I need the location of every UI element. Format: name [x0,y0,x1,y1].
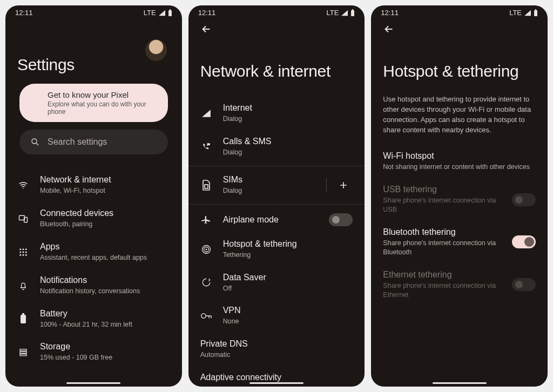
battery-icon [168,9,172,16]
divider [188,204,365,205]
status-right: LTE [144,9,172,17]
svg-point-13 [23,254,24,255]
row-usb-tethering: USB tetheringShare phone's internet conn… [371,178,548,221]
battery-icon [534,9,538,16]
promo-card[interactable]: Get to know your Pixel Explore what you … [19,84,168,122]
signal-icon [341,10,348,16]
status-net: LTE [509,9,522,17]
home-indicator[interactable] [66,382,120,384]
promo-title: Get to know your Pixel [48,90,158,99]
promo-sub: Explore what you can do with your phone [48,100,158,116]
svg-rect-17 [20,349,26,351]
search-input[interactable]: Search settings [19,130,168,154]
row-hotspot[interactable]: Hotspot & tetheringTethering [188,233,365,266]
row-vpn[interactable]: VPNNone [188,299,365,333]
row-connected[interactable]: Connected devicesBluetooth, pairing [5,202,182,235]
row-sims[interactable]: SIMsDialog [188,168,365,202]
row-bt-tethering[interactable]: Bluetooth tetheringShare phone's interne… [371,221,548,263]
svg-rect-19 [20,354,26,356]
svg-point-14 [25,254,27,255]
vpn-icon [200,310,212,322]
svg-rect-28 [535,9,536,10]
svg-rect-15 [21,315,26,323]
svg-point-10 [23,251,24,253]
row-apps[interactable]: AppsAssistant, recent apps, default apps [5,235,182,269]
avatar[interactable] [145,39,167,61]
page-description: Use hotspot and tethering to provide int… [371,94,548,143]
svg-rect-18 [20,352,26,354]
bell-icon [17,280,29,292]
status-bar: 12:11 LTE [188,5,365,18]
page-title: Hotspot & tethering [383,62,536,80]
hotspot-list: Wi-Fi hotspotNot sharing internet or con… [371,143,548,308]
usb-toggle [512,193,536,206]
row-eth-tethering: Ethernet tetheringShare phone's internet… [371,263,548,306]
status-bar: 12:11 LTE [371,5,548,18]
svg-rect-1 [170,9,171,10]
battery-icon [17,313,29,325]
home-indicator[interactable] [433,382,487,384]
signal-icon [200,107,212,119]
page-title: Network & internet [200,62,353,80]
settings-list: Network & internetMobile, Wi-Fi, hotspot… [5,166,182,371]
status-net: LTE [144,9,156,17]
svg-point-7 [23,248,24,250]
row-storage[interactable]: Storage15% used - 109 GB free [5,335,182,369]
svg-point-8 [25,248,27,250]
bt-toggle[interactable] [512,235,536,248]
airplane-toggle[interactable] [329,213,353,226]
status-time: 12:11 [381,9,399,17]
back-button[interactable] [200,23,212,35]
status-time: 12:11 [15,9,33,17]
row-airplane[interactable]: Airplane mode [188,207,365,233]
sim-icon [200,179,212,191]
svg-rect-21 [352,9,353,10]
svg-point-11 [25,251,27,253]
row-privatedns[interactable]: Private DNSAutomatic [188,333,365,366]
row-network[interactable]: Network & internetMobile, Wi-Fi, hotspot [5,168,182,202]
row-internet[interactable]: InternetDialog [188,97,365,130]
svg-point-6 [19,248,21,250]
phone-msg-icon [200,141,212,153]
row-notifications[interactable]: NotificationsNotification history, conve… [5,269,182,302]
svg-point-9 [19,251,21,253]
screen-settings: 12:11 LTE Settings Get to know your Pixe… [5,5,182,387]
svg-point-12 [19,254,21,255]
battery-icon [350,9,355,16]
back-button[interactable] [383,23,395,35]
screen-hotspot: 12:11 LTE Hotspot & tethering Use hotspo… [371,5,548,387]
svg-point-26 [201,314,206,318]
svg-point-2 [32,139,37,144]
add-sim-button[interactable] [334,176,353,194]
lightbulb-icon [29,97,41,109]
search-icon [29,136,41,148]
screen-network: 12:11 LTE Network & internet InternetDia… [188,5,365,387]
row-calls[interactable]: Calls & SMSDialog [188,130,365,164]
home-indicator[interactable] [249,382,304,384]
divider [188,166,365,166]
wifi-icon [17,179,29,191]
status-net: LTE [326,9,339,17]
status-bar: 12:11 LTE [5,5,182,18]
airplane-icon [200,214,212,226]
page-title: Settings [17,56,170,74]
svg-rect-22 [205,185,208,188]
signal-icon [524,10,531,16]
svg-rect-27 [534,10,537,16]
apps-icon [17,246,29,258]
hotspot-icon [200,244,212,255]
svg-rect-20 [351,10,354,16]
status-right: LTE [326,9,355,17]
svg-point-3 [23,188,24,189]
divider [326,178,327,192]
datasaver-icon [200,276,212,288]
eth-toggle [512,278,536,291]
row-wifi-hotspot[interactable]: Wi-Fi hotspotNot sharing internet or con… [371,145,548,178]
network-list: InternetDialog Calls & SMSDialog SIMsDia… [188,94,365,387]
row-battery[interactable]: Battery100% - About 21 hr, 32 min left [5,302,182,336]
svg-rect-16 [22,313,24,315]
signal-icon [158,10,166,16]
status-time: 12:11 [198,9,216,17]
row-datasaver[interactable]: Data SaverOff [188,266,365,300]
status-right: LTE [509,9,538,17]
